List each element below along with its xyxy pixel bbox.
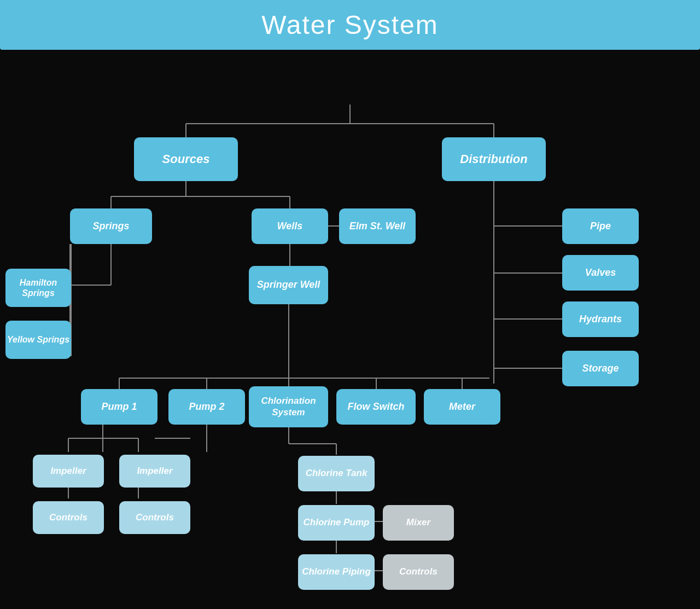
page-header: Water System xyxy=(0,0,700,50)
node-elm-st-well[interactable]: Elm St. Well xyxy=(339,208,416,244)
node-chlorination[interactable]: Chlorination System xyxy=(249,386,328,427)
node-springs[interactable]: Springs xyxy=(70,208,152,244)
node-impeller2[interactable]: Impeller xyxy=(119,455,190,488)
node-pipe[interactable]: Pipe xyxy=(562,208,639,244)
node-flow-switch[interactable]: Flow Switch xyxy=(336,389,416,425)
node-controls2[interactable]: Controls xyxy=(119,501,190,534)
node-chlorine-pump[interactable]: Chlorine Pump xyxy=(298,505,375,541)
node-pump2[interactable]: Pump 2 xyxy=(168,389,245,425)
page-title: Water System xyxy=(0,10,700,40)
diagram-area: Sources Distribution Springs Wells Elm S… xyxy=(0,50,700,604)
node-sources[interactable]: Sources xyxy=(134,137,238,181)
node-storage[interactable]: Storage xyxy=(562,351,639,386)
node-chlorine-piping[interactable]: Chlorine Piping xyxy=(298,554,375,590)
node-hydrants[interactable]: Hydrants xyxy=(562,301,639,337)
node-pump1[interactable]: Pump 1 xyxy=(81,389,158,425)
node-valves[interactable]: Valves xyxy=(562,255,639,291)
node-impeller1[interactable]: Impeller xyxy=(33,455,104,488)
node-springer-well[interactable]: Springer Well xyxy=(249,266,328,304)
node-wells[interactable]: Wells xyxy=(252,208,328,244)
node-controls3[interactable]: Controls xyxy=(383,554,454,590)
node-yellow-springs[interactable]: Yellow Springs xyxy=(5,321,71,359)
node-controls1[interactable]: Controls xyxy=(33,501,104,534)
node-mixer[interactable]: Mixer xyxy=(383,505,454,541)
node-meter[interactable]: Meter xyxy=(424,389,500,425)
node-hamilton-springs[interactable]: Hamilton Springs xyxy=(5,269,71,307)
node-chlorine-tank[interactable]: Chlorine Tank xyxy=(298,456,375,491)
node-distribution[interactable]: Distribution xyxy=(442,137,546,181)
